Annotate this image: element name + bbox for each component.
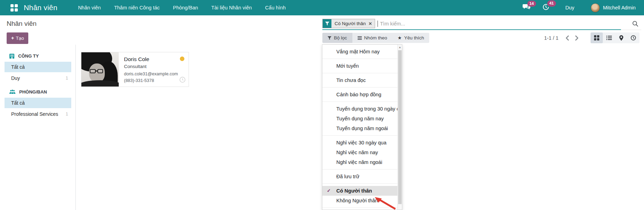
star-icon: ★	[398, 35, 402, 40]
plus-icon: +	[11, 35, 14, 41]
messages-button[interactable]: 14	[522, 4, 530, 12]
group-by-button[interactable]: Nhóm theo	[352, 33, 393, 43]
activities-button[interactable]: 41	[542, 3, 549, 12]
employee-email[interactable]: doris.cole31@example.com	[124, 72, 184, 76]
map-view-icon[interactable]	[615, 32, 627, 43]
sidebar-item-label: Professional Services	[11, 111, 58, 117]
search-bar[interactable]: Có Người thân ✕	[322, 17, 641, 30]
filter-item-absent-today[interactable]: Vắng mặt Hôm nay	[322, 47, 397, 57]
filters-button[interactable]: Bộ lọc	[322, 33, 352, 43]
filter-facet-icon	[323, 19, 331, 28]
employee-card-body: Doris Cole Consultant doris.cole31@examp…	[119, 52, 189, 87]
pager-previous-icon[interactable]	[565, 35, 569, 41]
building-icon	[9, 54, 14, 59]
view-switcher	[591, 32, 639, 43]
section-company-header: CÔNG TY	[0, 53, 75, 59]
group-by-icon	[358, 36, 362, 40]
sidebar-section-department: PHÒNG/BAN Tất cả Professional Services 1	[0, 89, 75, 119]
sidebar-item-label: Duy	[11, 75, 20, 81]
item-count: 1	[66, 112, 68, 117]
menu-seniority[interactable]: Thâm niên Công tác	[108, 0, 167, 15]
filter-item-hired-last-year[interactable]: Tuyển dụng năm ngoái	[322, 123, 397, 133]
facet-remove-icon[interactable]: ✕	[368, 21, 372, 26]
user-avatar	[591, 3, 600, 13]
group-by-label: Nhóm theo	[364, 35, 387, 40]
sidebar-item-department-all[interactable]: Tất cả	[5, 98, 71, 108]
glasses-left	[90, 69, 96, 73]
kanban-view-icon[interactable]	[591, 32, 603, 43]
employee-phone[interactable]: (883)-331-5378	[124, 78, 184, 83]
check-icon: ✓	[327, 188, 331, 194]
sidebar-item-label: Tất cả	[11, 100, 25, 106]
top-navbar: Nhân viên Nhân viên Thâm niên Công tác P…	[0, 0, 644, 15]
filter-item-newly-hired[interactable]: Mới tuyển	[322, 61, 397, 71]
topbar-right: 14 41 Duy Mitchell Admin	[511, 3, 636, 13]
menu-configuration[interactable]: Cấu hình	[258, 0, 292, 15]
section-department-title: PHÒNG/BAN	[19, 89, 47, 95]
favorites-button[interactable]: ★ Yêu thích	[393, 33, 430, 43]
glasses-right	[97, 69, 103, 73]
apps-menu-icon[interactable]	[10, 4, 18, 12]
search-panel-sidebar: CÔNG TY Tất cả Duy 1 PHÒNG/BAN Tất cả Pr…	[0, 45, 76, 210]
sidebar-item-company-all[interactable]: Tất cả	[5, 62, 71, 72]
pager-next-icon[interactable]	[575, 35, 579, 41]
employee-job-title: Consultant	[124, 64, 184, 69]
employee-name[interactable]: Doris Cole	[124, 56, 184, 62]
filters-label: Bộ lọc	[334, 35, 347, 40]
employee-card[interactable]: Doris Cole Consultant doris.cole31@examp…	[81, 52, 189, 87]
sidebar-section-company: CÔNG TY Tất cả Duy 1	[0, 53, 75, 83]
dropdown-scrollbar[interactable]: ▲	[397, 45, 402, 210]
funnel-icon	[328, 36, 331, 40]
filter-item-contract-warning[interactable]: Cảnh báo hợp đồng	[322, 90, 397, 99]
pager-counter: 1-1 / 1	[544, 35, 558, 41]
activities-badge: 41	[547, 0, 556, 7]
app-title[interactable]: Nhân viên	[24, 3, 57, 12]
filter-item-unread-messages[interactable]: Tin chưa đọc	[322, 75, 397, 85]
filters-dropdown-menu: Vắng mặt Hôm nay Mới tuyển Tin chưa đọc …	[322, 44, 402, 210]
filter-item-hired-this-year[interactable]: Tuyển dụng năm nay	[322, 114, 397, 123]
filter-item-departed-this-year[interactable]: Nghỉ việc năm nay	[322, 148, 397, 157]
pager-and-views: 1-1 / 1	[544, 32, 641, 43]
user-menu[interactable]: Mitchell Admin	[591, 3, 636, 13]
list-view-icon[interactable]	[603, 32, 615, 43]
messages-badge: 14	[527, 1, 536, 7]
activity-view-icon[interactable]	[627, 32, 639, 43]
company-switcher[interactable]: Duy	[565, 5, 575, 10]
facet-label: Có Người thân	[335, 21, 366, 26]
item-count: 1	[66, 76, 68, 81]
filter-item-departed-last-year[interactable]: Nghỉ việc năm ngoái	[322, 157, 397, 167]
section-company-title: CÔNG TY	[18, 53, 39, 59]
section-department-header: PHÒNG/BAN	[0, 89, 75, 95]
create-button-label: Tạo	[16, 36, 24, 41]
filter-item-no-relatives[interactable]: Không Người thân	[322, 196, 397, 205]
filter-item-has-relatives[interactable]: ✓ Có Người thân	[322, 186, 397, 196]
scrollbar-thumb[interactable]	[398, 50, 402, 204]
search-input[interactable]	[378, 21, 629, 27]
scroll-up-icon[interactable]: ▲	[398, 45, 402, 50]
filter-item-departed-30-days[interactable]: Nghỉ việc 30 ngày qua	[322, 138, 397, 148]
filter-item-archived[interactable]: Đã lưu trữ	[322, 172, 397, 181]
user-name: Mitchell Admin	[603, 5, 636, 10]
users-icon	[9, 90, 15, 94]
sidebar-item-professional-services[interactable]: Professional Services 1	[5, 109, 71, 119]
breadcrumb: Nhân viên	[7, 20, 37, 28]
search-options-toolbar: Bộ lọc Nhóm theo ★ Yêu thích	[322, 33, 429, 43]
search-facet: Có Người thân ✕	[322, 19, 375, 28]
menu-employees[interactable]: Nhân viên	[71, 0, 107, 15]
create-button[interactable]: + Tạo	[7, 32, 28, 44]
menu-departments[interactable]: Phòng/Ban	[166, 0, 205, 15]
schedule-activity-icon[interactable]	[180, 77, 185, 84]
top-menu: Nhân viên Thâm niên Công tác Phòng/Ban T…	[71, 0, 292, 15]
sidebar-item-company-duy[interactable]: Duy 1	[5, 73, 71, 83]
employee-photo	[81, 52, 119, 87]
search-icon[interactable]	[629, 21, 641, 27]
filter-item-hired-last-30-days[interactable]: Tuyển dụng trong 30 ngày qua	[322, 104, 397, 114]
menu-documents[interactable]: Tài liệu Nhân viên	[205, 0, 258, 15]
favorites-label: Yêu thích	[404, 35, 424, 40]
presence-status-dot[interactable]	[180, 57, 184, 61]
sidebar-item-label: Tất cả	[11, 64, 25, 70]
